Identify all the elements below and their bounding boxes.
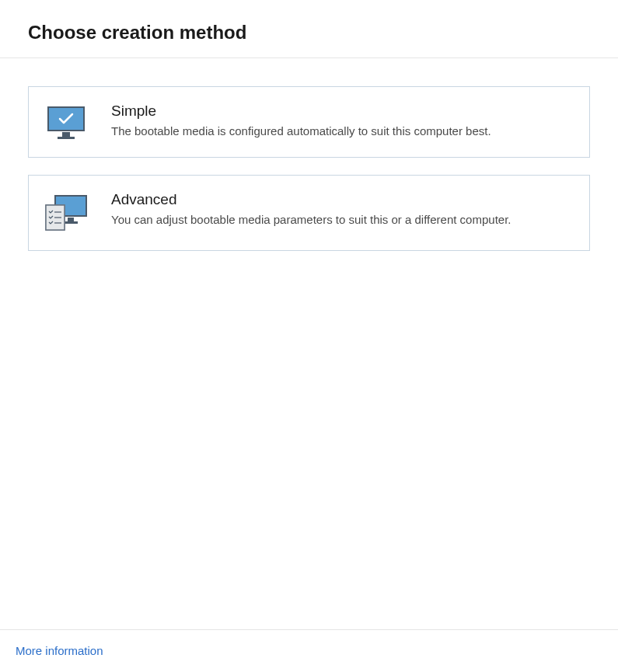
- svg-rect-2: [62, 132, 70, 137]
- page-header: Choose creation method: [0, 0, 618, 58]
- svg-rect-6: [64, 221, 78, 224]
- svg-rect-5: [68, 218, 74, 221]
- page-footer: More information: [0, 629, 618, 672]
- option-simple-text: Simple The bootable media is configured …: [111, 103, 571, 141]
- option-advanced[interactable]: Advanced You can adjust bootable media p…: [28, 175, 590, 251]
- simple-monitor-icon: [44, 103, 88, 141]
- advanced-monitor-checklist-icon: [44, 191, 88, 235]
- option-advanced-title: Advanced: [111, 191, 571, 208]
- more-information-link[interactable]: More information: [16, 644, 103, 657]
- option-advanced-description: You can adjust bootable media parameters…: [111, 211, 571, 229]
- page-title: Choose creation method: [28, 22, 590, 44]
- option-simple-description: The bootable media is configured automat…: [111, 123, 571, 141]
- option-advanced-text: Advanced You can adjust bootable media p…: [111, 191, 571, 229]
- option-simple-title: Simple: [111, 103, 571, 120]
- svg-rect-1: [50, 109, 82, 129]
- creation-method-options: Simple The bootable media is configured …: [0, 58, 618, 251]
- svg-rect-3: [58, 137, 75, 139]
- option-simple[interactable]: Simple The bootable media is configured …: [28, 86, 590, 158]
